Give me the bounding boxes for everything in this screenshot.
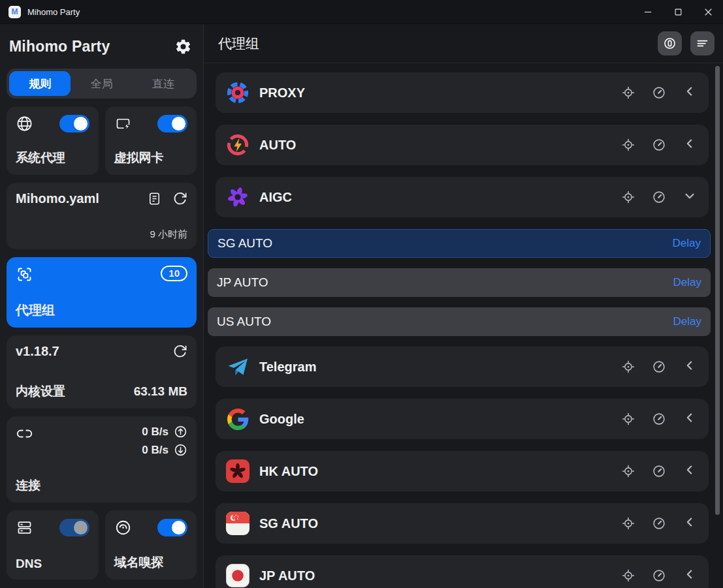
- core-memory: 63.13 MB: [134, 384, 187, 399]
- expand-chevron-icon[interactable]: [683, 136, 697, 153]
- tab-direct[interactable]: 直连: [133, 71, 194, 96]
- locate-icon[interactable]: [621, 85, 635, 100]
- group-row[interactable]: AIGC: [216, 177, 709, 217]
- window-title: Mihomo Party: [27, 7, 80, 17]
- locate-icon[interactable]: [621, 190, 635, 204]
- delay-test-icon[interactable]: [652, 190, 666, 204]
- core-version: v1.18.7: [16, 344, 59, 359]
- delay-test-icon[interactable]: [652, 138, 666, 152]
- delay-button[interactable]: Delay: [673, 237, 701, 250]
- proxy-item-row[interactable]: JP AUTO Delay: [208, 268, 711, 297]
- sort-lines-icon: [696, 37, 709, 50]
- hk-flag-icon: [226, 459, 249, 483]
- proxy-item-row[interactable]: US AUTO Delay: [208, 307, 711, 336]
- expand-chevron-icon[interactable]: [683, 567, 697, 584]
- system-proxy-toggle[interactable]: [59, 115, 89, 132]
- telegram-icon: [226, 355, 249, 379]
- locate-icon[interactable]: [621, 138, 635, 152]
- refresh-icon[interactable]: [172, 191, 187, 206]
- delay-button[interactable]: Delay: [673, 315, 701, 328]
- proxy-item-row[interactable]: SG AUTO Delay: [208, 229, 711, 258]
- group-row[interactable]: PROXY: [216, 72, 709, 113]
- tun-toggle[interactable]: [157, 115, 187, 132]
- expand-chevron-icon[interactable]: [683, 515, 697, 532]
- core-refresh-icon[interactable]: [172, 344, 187, 359]
- sniff-toggle[interactable]: [157, 519, 187, 536]
- tun-adapter-icon: [114, 115, 132, 132]
- expand-chevron-icon[interactable]: [683, 358, 697, 375]
- expand-chevron-icon[interactable]: [683, 84, 697, 101]
- delay-test-icon[interactable]: [652, 516, 666, 531]
- jp-flag-icon: [226, 564, 249, 587]
- dns-label: DNS: [16, 557, 89, 571]
- expand-chevron-icon[interactable]: [683, 410, 697, 427]
- group-row[interactable]: AUTO: [216, 125, 709, 165]
- delay-test-icon[interactable]: [652, 360, 666, 374]
- delay-test-icon[interactable]: [652, 85, 666, 100]
- column-layout-button[interactable]: [658, 31, 682, 55]
- core-settings-label: 内核设置: [16, 383, 65, 400]
- locate-icon[interactable]: [621, 360, 635, 374]
- upload-arrow-icon: [174, 425, 187, 439]
- close-button[interactable]: [693, 0, 723, 23]
- proxy-group-list: PROXY AUTO AIGC SG AUTO Delay JP AUTO De…: [204, 63, 723, 588]
- document-icon[interactable]: [147, 191, 162, 206]
- proxy-groups-nav-label: 代理组: [16, 302, 187, 319]
- globe-icon: [16, 115, 33, 132]
- sg-flag-icon: [226, 512, 249, 535]
- sniffer-icon: [114, 519, 132, 536]
- group-row[interactable]: Telegram: [216, 347, 709, 387]
- outbound-mode-tabs: 规则 全局 直连: [7, 69, 197, 99]
- minimize-button[interactable]: [633, 0, 663, 23]
- tab-global[interactable]: 全局: [71, 71, 132, 96]
- sort-button[interactable]: [690, 31, 715, 55]
- dns-card[interactable]: DNS: [7, 510, 99, 580]
- tun-card[interactable]: 虚拟网卡: [105, 106, 197, 175]
- sidebar-title: Mihomo Party: [9, 38, 110, 55]
- profile-card[interactable]: Mihomo.yaml 9 小时前: [7, 183, 197, 249]
- connections-label: 连接: [16, 477, 187, 494]
- delay-button[interactable]: Delay: [673, 276, 701, 289]
- google-icon: [226, 407, 249, 431]
- delay-test-icon[interactable]: [652, 568, 666, 583]
- group-row[interactable]: Google: [216, 399, 709, 439]
- group-row[interactable]: HK AUTO: [216, 451, 709, 491]
- system-proxy-card[interactable]: 系统代理: [7, 106, 99, 175]
- core-card[interactable]: v1.18.7 内核设置 63.13 MB: [7, 335, 197, 409]
- sniff-label: 域名嗅探: [114, 554, 188, 571]
- connections-card[interactable]: 0 B/s 0 B/s 连接: [7, 416, 197, 503]
- tab-rule[interactable]: 规则: [9, 71, 71, 96]
- proxy-wheel-icon: [226, 81, 249, 104]
- download-arrow-icon: [174, 443, 187, 457]
- sidebar: Mihomo Party 规则 全局 直连 系统代理: [0, 24, 203, 588]
- locate-icon[interactable]: [621, 568, 635, 583]
- upload-rate: 0 B/s: [142, 426, 169, 439]
- maximize-button[interactable]: [663, 0, 693, 23]
- locate-icon[interactable]: [621, 516, 635, 531]
- dns-server-icon: [16, 519, 33, 536]
- proxy-groups-count-badge: 10: [161, 266, 187, 281]
- page-title: 代理组: [218, 35, 259, 53]
- proxy-groups-nav-card[interactable]: 10 代理组: [7, 257, 197, 328]
- scrollbar-thumb[interactable]: [715, 66, 720, 515]
- delay-test-icon[interactable]: [652, 412, 666, 426]
- locate-icon[interactable]: [621, 464, 635, 478]
- app-window: M Mihomo Party Mihomo Party 规则: [0, 0, 723, 588]
- expand-chevron-icon[interactable]: [683, 189, 697, 206]
- profile-name: Mihomo.yaml: [16, 191, 99, 206]
- title-bar: M Mihomo Party: [0, 0, 723, 24]
- sniff-card[interactable]: 域名嗅探: [105, 510, 197, 580]
- link-icon: [16, 425, 33, 442]
- main-header: 代理组: [204, 24, 723, 63]
- gear-icon: [174, 38, 192, 55]
- settings-button[interactable]: [172, 35, 194, 57]
- expand-chevron-icon[interactable]: [683, 463, 697, 480]
- dns-toggle[interactable]: [59, 519, 89, 536]
- group-row[interactable]: SG AUTO: [216, 503, 709, 544]
- openai-icon: [226, 185, 249, 209]
- group-row[interactable]: JP AUTO: [216, 555, 709, 588]
- delay-test-icon[interactable]: [652, 464, 666, 478]
- app-logo-icon: M: [8, 6, 21, 18]
- locate-icon[interactable]: [621, 412, 635, 426]
- download-rate: 0 B/s: [142, 444, 169, 457]
